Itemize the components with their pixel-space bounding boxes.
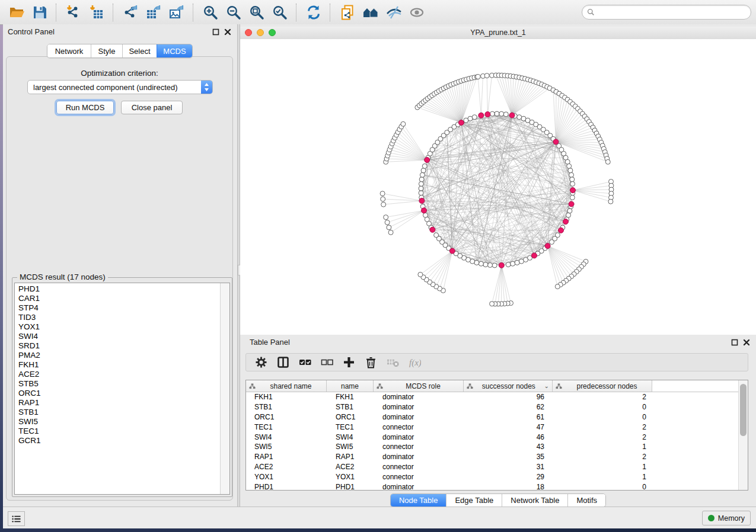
cell-successor-nodes[interactable]: 61 (464, 413, 553, 421)
mcds-node-item[interactable]: SWI5 (15, 417, 220, 427)
cell-predecessor-nodes[interactable]: 2 (553, 423, 652, 431)
mcds-node-item[interactable]: GCR1 (15, 436, 220, 446)
mcds-node-item[interactable]: STB5 (15, 379, 220, 389)
cell-name[interactable]: PHD1 (327, 483, 374, 491)
table-row[interactable]: SWI4SWI4dominator462 (246, 432, 748, 442)
cell-name[interactable]: ACE2 (327, 463, 374, 471)
column-header-successor-nodes[interactable]: successor nodes⌄ (464, 380, 553, 392)
mcds-node-item[interactable]: ORC1 (15, 389, 220, 398)
mcds-node-item[interactable]: STB1 (15, 408, 220, 417)
scrollbar-thumb[interactable] (740, 384, 747, 436)
table-row[interactable]: STB1STB1dominator620 (246, 402, 748, 412)
cell-shared-name[interactable]: FKH1 (246, 393, 327, 401)
zoom-in-icon[interactable] (202, 4, 219, 21)
save-session-icon[interactable] (31, 4, 48, 21)
tab-style[interactable]: Style (91, 44, 122, 57)
tab-network-table[interactable]: Network Table (502, 494, 567, 507)
cell-name[interactable]: RAP1 (327, 453, 374, 461)
column-header-MCDS-role[interactable]: MCDS role (374, 380, 464, 392)
table-row[interactable]: TEC1TEC1connector472 (246, 422, 748, 432)
table-row[interactable]: RAP1RAP1dominator352 (246, 452, 748, 462)
mcds-node-item[interactable]: YOX1 (15, 322, 220, 332)
search-images-icon[interactable] (362, 4, 379, 21)
cell-predecessor-nodes[interactable]: 2 (553, 453, 652, 461)
list-scrollbar[interactable] (220, 283, 229, 494)
table-row[interactable]: SWI5SWI5connector431 (246, 442, 748, 452)
cell-MCDS-role[interactable]: dominator (374, 403, 464, 411)
cell-successor-nodes[interactable]: 62 (464, 403, 553, 411)
network-canvas[interactable] (240, 39, 756, 335)
task-history-button[interactable] (8, 511, 25, 526)
refresh-icon[interactable] (305, 4, 322, 21)
select-all-icon[interactable] (296, 355, 314, 370)
cell-MCDS-role[interactable]: dominator (374, 413, 464, 421)
cell-name[interactable]: TEC1 (327, 423, 374, 431)
mcds-node-item[interactable]: PHD1 (15, 284, 220, 294)
cell-successor-nodes[interactable]: 18 (464, 483, 553, 491)
cell-MCDS-role[interactable]: dominator (374, 483, 464, 491)
cell-shared-name[interactable]: SWI4 (246, 433, 327, 441)
import-table-icon[interactable] (88, 4, 105, 21)
close-icon[interactable] (742, 338, 750, 346)
table-row[interactable]: YOX1YOX1connector291 (246, 472, 748, 482)
cell-predecessor-nodes[interactable]: 0 (553, 403, 652, 411)
zoom-out-icon[interactable] (225, 4, 242, 21)
cell-name[interactable]: SWI5 (327, 443, 374, 451)
cell-successor-nodes[interactable]: 46 (464, 433, 553, 441)
cell-predecessor-nodes[interactable]: 1 (553, 473, 652, 481)
cell-successor-nodes[interactable]: 29 (464, 473, 553, 481)
tab-motifs[interactable]: Motifs (567, 494, 605, 507)
cell-predecessor-nodes[interactable]: 0 (553, 483, 652, 491)
cell-predecessor-nodes[interactable]: 2 (553, 433, 652, 441)
cell-shared-name[interactable]: TEC1 (246, 423, 327, 431)
gear-icon[interactable] (252, 355, 270, 370)
zoom-selected-icon[interactable] (271, 4, 288, 21)
cell-shared-name[interactable]: RAP1 (246, 453, 327, 461)
search-input[interactable] (595, 7, 751, 18)
table-row[interactable]: ACE2ACE2connector311 (246, 462, 748, 472)
table-row[interactable]: FKH1FKH1dominator962 (246, 392, 748, 402)
mcds-node-item[interactable]: ACE2 (15, 370, 220, 379)
table-scrollbar[interactable] (738, 380, 748, 490)
cell-shared-name[interactable]: PHD1 (246, 483, 327, 491)
tab-select[interactable]: Select (122, 44, 157, 57)
cell-MCDS-role[interactable]: connector (374, 423, 464, 431)
export-network-icon[interactable] (122, 4, 139, 21)
clone-network-icon[interactable] (339, 4, 356, 21)
tab-network[interactable]: Network (47, 44, 91, 57)
mcds-node-item[interactable]: TEC1 (15, 427, 220, 436)
zoom-fit-icon[interactable] (248, 4, 265, 21)
export-image-icon[interactable] (168, 4, 185, 21)
deselect-all-icon[interactable] (318, 355, 336, 370)
import-network-icon[interactable] (65, 4, 82, 21)
cell-MCDS-role[interactable]: dominator (374, 433, 464, 441)
cell-shared-name[interactable]: ACE2 (246, 463, 327, 471)
cell-name[interactable]: SWI4 (327, 433, 374, 441)
add-column-icon[interactable] (340, 355, 358, 370)
cell-name[interactable]: FKH1 (327, 393, 374, 401)
show-all-icon[interactable] (408, 4, 425, 21)
cell-predecessor-nodes[interactable]: 0 (553, 413, 652, 421)
cell-successor-nodes[interactable]: 35 (464, 453, 553, 461)
memory-button[interactable]: Memory (702, 511, 751, 525)
mcds-node-item[interactable]: SRD1 (15, 341, 220, 351)
global-search[interactable] (582, 5, 751, 20)
criterion-dropdown[interactable]: largest connected component (undirected) (27, 80, 213, 94)
float-window-icon[interactable] (731, 338, 738, 346)
mcds-result-list[interactable]: PHD1CAR1STP4TID3YOX1SWI4SRD1PMA2FKH1ACE2… (14, 283, 230, 495)
tab-mcds[interactable]: MCDS (157, 44, 192, 57)
column-header-name[interactable]: name (327, 380, 374, 392)
cell-predecessor-nodes[interactable]: 2 (553, 393, 652, 401)
tab-edge-table[interactable]: Edge Table (446, 494, 502, 507)
mcds-node-item[interactable]: STP4 (15, 303, 220, 313)
column-header-predecessor-nodes[interactable]: predecessor nodes (553, 380, 652, 392)
close-icon[interactable] (224, 28, 231, 36)
cell-MCDS-role[interactable]: connector (374, 463, 464, 471)
mcds-node-item[interactable]: CAR1 (15, 294, 220, 303)
cell-shared-name[interactable]: STB1 (246, 403, 327, 411)
cell-successor-nodes[interactable]: 31 (464, 463, 553, 471)
cell-MCDS-role[interactable]: dominator (374, 453, 464, 461)
cell-name[interactable]: ORC1 (327, 413, 374, 421)
cell-predecessor-nodes[interactable]: 1 (553, 463, 652, 471)
mcds-node-item[interactable]: RAP1 (15, 398, 220, 408)
